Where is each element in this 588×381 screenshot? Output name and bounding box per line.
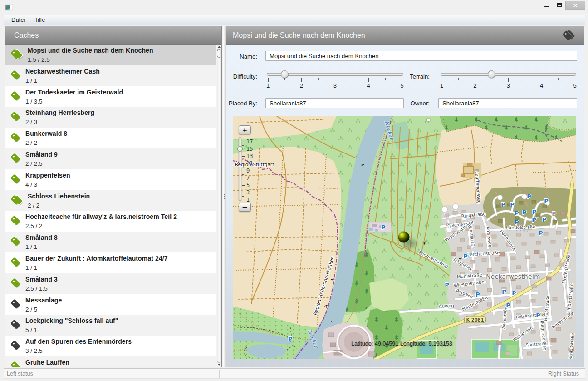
zoom-slider-ticks <box>242 142 245 200</box>
cache-rating: 2 / 2 <box>28 201 215 210</box>
caches-panel: Caches Mopsi und die Suche nach dem Knoc… <box>5 26 222 367</box>
cache-rating: 1 / 1 <box>25 76 215 85</box>
cache-list-item[interactable]: Hochzeitcache für allway'z & lars.neistr… <box>5 211 216 232</box>
maximize-icon <box>557 3 562 7</box>
map-label-town: Neckarwestheim <box>486 273 540 280</box>
app-icon <box>5 5 12 10</box>
tag-icon <box>10 277 23 289</box>
parking-icon: P <box>501 201 505 208</box>
cache-rating: 2 / 2 <box>25 139 215 148</box>
map-zoom-in-button[interactable]: + <box>239 125 251 134</box>
name-input[interactable] <box>265 51 577 61</box>
caches-panel-title: Caches <box>14 31 39 40</box>
placed-by-label: Placed By: <box>226 100 257 107</box>
cache-rating: 2 / 2.5 <box>25 159 215 168</box>
difficulty-slider-labels: 12345 <box>268 82 402 89</box>
cache-list-item[interactable]: Gruhe Lauffen <box>5 356 216 367</box>
parking-icon-gray: P <box>552 210 556 217</box>
tag-icon <box>10 339 23 351</box>
status-separator <box>219 370 220 378</box>
tag-icon <box>10 90 23 102</box>
cache-list-item[interactable]: Auf den Spuren des Entenmörders 3 / 2.5 <box>5 336 216 356</box>
menu-item-hilfe[interactable]: Hilfe <box>29 15 49 25</box>
terrain-slider-track[interactable] <box>441 73 576 76</box>
cache-name: Bunkerwald 8 <box>25 129 215 139</box>
tag-icon <box>10 256 23 268</box>
cache-list-item[interactable]: Neckarwestheimer Cash 1 / 1 <box>5 65 216 86</box>
detail-panel-title: Mopsi und die Suche nach dem Knochen <box>233 31 365 40</box>
cache-list-item[interactable]: Småland 9 2 / 2.5 <box>5 148 216 169</box>
placed-by-input[interactable] <box>265 98 404 108</box>
map-coordinates: Latitude: 49,04591 Longitude: 9,193153 <box>351 341 452 347</box>
cache-list-item[interactable]: Bauer der Zukunft : Atomkartoffelautomat… <box>5 252 216 273</box>
map[interactable]: K 2081 Neckar Neckar Region Heilbronn-Fr… <box>233 116 576 359</box>
map-zoom-slider[interactable]: 1715131197531 <box>238 136 256 202</box>
cache-list-item[interactable]: Bunkerwald 8 2 / 2 <box>5 128 216 148</box>
difficulty-slider-ticks <box>268 78 402 82</box>
cache-rating: 1 / 1 <box>25 263 215 272</box>
cache-name: Bauer der Zukunft : Atomkartoffelautomat… <box>25 254 215 263</box>
cache-name: Hochzeitcache für allway'z & lars.neistr… <box>25 212 215 222</box>
arrow-down-icon <box>218 364 220 366</box>
cache-rating: 2.5 / 1.5 <box>25 284 215 293</box>
scroll-down-button[interactable] <box>217 362 221 366</box>
map-label-laendelstrasse: Ländelstraße <box>506 224 535 230</box>
zoom-slider-thumb[interactable] <box>237 146 243 152</box>
cache-list-item[interactable]: Krappenfelsen 4 / 3 <box>5 169 216 190</box>
map-label-auweg: Auweg <box>439 303 454 309</box>
parking-icon: P <box>522 209 527 216</box>
close-icon: ✕ <box>573 2 578 9</box>
tag-icon <box>10 360 23 367</box>
cache-list-item[interactable]: Lockpicking "Schloss fall auf" 5 / 1 <box>5 315 216 336</box>
cache-name: Mopsi und die Suche nach dem Knochen <box>28 46 215 55</box>
cache-name: Småland 8 <box>25 233 215 242</box>
scroll-up-button[interactable] <box>217 45 221 49</box>
parking-icon: P <box>527 193 531 200</box>
terrain-slider-thumb[interactable] <box>488 70 495 78</box>
parking-icon: P <box>532 208 537 215</box>
parking-icon: P <box>544 198 549 204</box>
terrain-slider[interactable]: 12345 <box>441 73 576 92</box>
map-zoom-out-button[interactable]: − <box>239 203 251 212</box>
cache-list-item[interactable]: Messanlage 2 / 5 <box>5 294 216 315</box>
tag-icon <box>10 318 23 331</box>
cache-name: Gruhe Lauffen <box>25 358 215 367</box>
scrollbar-track[interactable] <box>217 49 221 363</box>
parking-icon: P <box>539 230 543 237</box>
parking-icon: P <box>512 290 516 297</box>
cache-list-scrollbar[interactable] <box>216 45 221 367</box>
cache-rating: 2 / 5 <box>25 305 215 314</box>
menu-item-datei[interactable]: Datei <box>7 15 29 25</box>
title-bar[interactable]: ✕ <box>0 0 588 15</box>
close-button[interactable]: ✕ <box>565 1 585 10</box>
difficulty-slider-thumb[interactable] <box>281 70 289 78</box>
cache-list-item[interactable]: Småland 8 1 / 1 <box>5 232 216 252</box>
cache-rating: 1 / 3.5 <box>25 97 215 106</box>
parking-icon: P <box>514 219 519 226</box>
cache-list-item[interactable]: Der Todeskaefer im Geisterwald 1 / 3.5 <box>5 86 216 107</box>
difficulty-slider[interactable]: 12345 <box>267 73 403 92</box>
menu-bar: Datei Hilfe <box>4 15 585 25</box>
cache-list-item[interactable]: Mopsi und die Suche nach dem Knochen 1.5… <box>5 45 216 65</box>
parking-icon: P <box>502 288 506 295</box>
scrollbar-thumb[interactable] <box>217 49 221 58</box>
cache-rating: 2 / 3 <box>25 118 215 127</box>
tag-icon <box>10 152 23 164</box>
caches-panel-header: Caches <box>5 26 221 45</box>
cache-list-item[interactable]: Schloss Liebenstein 2 / 2 <box>5 190 216 211</box>
cache-list-item[interactable]: Småland 3 2.5 / 1.5 <box>5 273 216 294</box>
difficulty-label: Difficulty: <box>226 73 257 80</box>
cache-list-item[interactable]: Steinhang Herrlesberg 2 / 3 <box>5 107 216 128</box>
minimize-icon <box>544 6 549 7</box>
cache-name: Schloss Liebenstein <box>28 192 215 201</box>
cache-rating: 2.5 / 2 <box>25 222 215 231</box>
cache-name: Krappenfelsen <box>25 171 215 180</box>
parking-icon: P <box>288 336 293 342</box>
road-badge-label: K 2081 <box>466 317 484 322</box>
panel-splitter[interactable] <box>222 26 226 367</box>
tag-icon <box>10 69 23 81</box>
cache-rating: 4 / 3 <box>25 180 215 189</box>
owner-input[interactable] <box>438 98 577 108</box>
terrain-label: Terrain: <box>399 73 430 80</box>
parking-icon: P <box>536 312 540 319</box>
